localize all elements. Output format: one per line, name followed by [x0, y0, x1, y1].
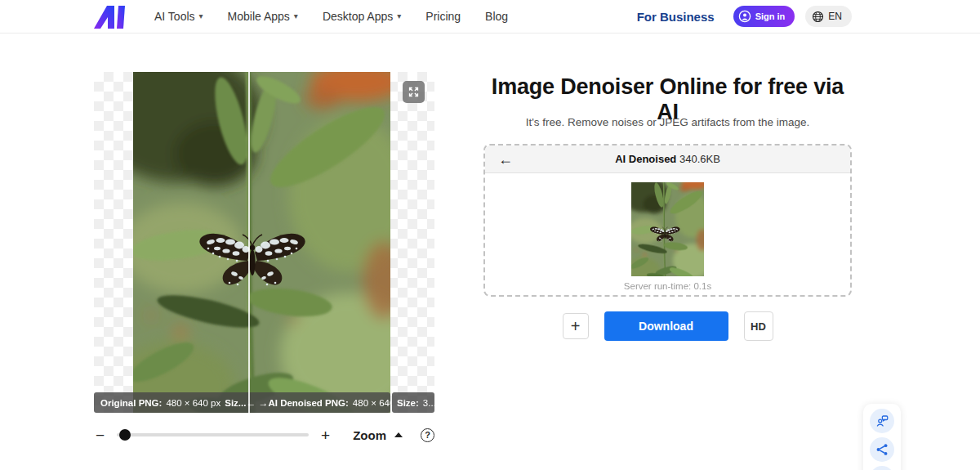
preview-image: [133, 72, 390, 413]
zoom-slider-knob[interactable]: [119, 429, 131, 441]
image-info-left: Original PNG: 480 × 640 px Siz... ← → AI…: [94, 392, 390, 413]
nav-item-label: AI Tools: [154, 10, 195, 23]
sign-in-button[interactable]: Sign in: [733, 6, 795, 27]
zoom-slider[interactable]: [117, 433, 309, 436]
page-subtitle: It's free. Remove noises or JPEG artifac…: [483, 116, 852, 128]
nav-item-desktop-apps[interactable]: Desktop Apps ▾: [323, 10, 401, 23]
floating-widget: [863, 404, 901, 470]
original-size-truncated: Siz...: [225, 398, 246, 408]
image-compare-preview: Original PNG: 480 × 640 px Siz... ← → AI…: [94, 72, 434, 413]
nav-item-blog[interactable]: Blog: [485, 10, 508, 23]
download-button[interactable]: Download: [604, 311, 728, 341]
globe-icon: [812, 11, 824, 23]
zoom-out-button[interactable]: −: [94, 427, 106, 443]
sign-in-label: Sign in: [755, 11, 786, 21]
zoom-controls: − + Zoom ?: [94, 423, 434, 446]
image-info-size: Size: 3...: [392, 392, 434, 413]
feedback-icon: [875, 414, 889, 428]
actions-row: + Download HD: [483, 311, 852, 341]
help-button[interactable]: ?: [421, 428, 434, 442]
result-panel: ← AI Denoised 340.6KB Server run-time: 0…: [483, 144, 852, 297]
page: AI Tools ▾ Mobile Apps ▾ Desktop Apps ▾ …: [0, 0, 980, 470]
nav-item-ai-tools[interactable]: AI Tools ▾: [154, 10, 203, 23]
nav-item-label: Desktop Apps: [323, 10, 393, 23]
feedback-button[interactable]: [870, 409, 894, 433]
hd-button[interactable]: HD: [744, 311, 773, 341]
image-info-bar: Original PNG: 480 × 640 px Siz... ← → AI…: [94, 392, 434, 413]
result-panel-body: Server run-time: 0.1s: [485, 173, 850, 291]
chevron-down-icon: ▾: [294, 12, 298, 20]
expand-icon: [407, 85, 421, 99]
nav-item-label: Blog: [485, 10, 508, 23]
fullscreen-button[interactable]: [403, 81, 425, 103]
zoom-label[interactable]: Zoom: [353, 428, 386, 442]
brand-logo-icon: [92, 4, 127, 29]
zoom-in-button[interactable]: +: [319, 427, 332, 443]
chevron-up-icon[interactable]: [394, 432, 403, 437]
server-runtime: Server run-time: 0.1s: [624, 281, 711, 291]
chevron-down-icon: ▾: [199, 12, 203, 20]
denoised-label: AI Denoised PNG:: [268, 398, 348, 408]
nav-item-label: Pricing: [425, 10, 461, 23]
add-image-button[interactable]: +: [563, 313, 589, 339]
result-panel-header: ← AI Denoised 340.6KB: [485, 145, 850, 173]
back-button[interactable]: ←: [498, 145, 513, 173]
chevron-down-icon: ▾: [397, 12, 401, 20]
result-thumbnail[interactable]: [631, 182, 704, 276]
original-dimensions: 480 × 640 px: [166, 398, 220, 408]
denoised-dimensions: 480 × 640 px: [353, 398, 390, 408]
language-selector[interactable]: EN: [805, 6, 852, 27]
nav-item-mobile-apps[interactable]: Mobile Apps ▾: [228, 10, 298, 23]
for-business-link[interactable]: For Business: [637, 10, 715, 24]
size-label: Size:: [397, 398, 419, 408]
arrow-right-icon: →: [258, 397, 268, 409]
nav-item-label: Mobile Apps: [228, 10, 290, 23]
user-icon: [738, 10, 751, 23]
size-value: 3...: [423, 398, 434, 408]
top-nav: AI Tools ▾ Mobile Apps ▾ Desktop Apps ▾ …: [0, 0, 980, 34]
share-icon: [875, 442, 889, 457]
share-button[interactable]: [870, 437, 894, 462]
language-label: EN: [828, 11, 842, 22]
result-title: AI Denoised: [615, 153, 676, 165]
brand-logo[interactable]: [92, 4, 127, 29]
more-widget-button[interactable]: [870, 466, 894, 470]
compare-slider-divider[interactable]: [248, 72, 250, 413]
result-file-size: 340.6KB: [679, 153, 720, 165]
original-label: Original PNG:: [100, 398, 162, 408]
nav-item-pricing[interactable]: Pricing: [425, 10, 461, 23]
